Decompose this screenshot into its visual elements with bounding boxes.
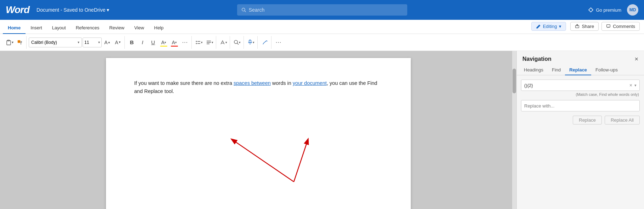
nav-tab-followups[interactable]: Follow-ups (591, 65, 622, 75)
clipboard-group: ▾ (3, 36, 27, 49)
font-family-selector[interactable]: Calibri (Body) ▾ (29, 37, 82, 47)
highlight-color-bar (160, 46, 167, 47)
svg-line-22 (232, 139, 294, 182)
chevron-down-icon[interactable]: ▾ (253, 41, 254, 44)
svg-point-0 (242, 8, 245, 11)
search-group: ▾ (231, 36, 244, 49)
bullet-list-icon (195, 40, 201, 45)
align-icon (206, 40, 212, 45)
nav-panel-title: Navigation (522, 56, 551, 62)
increase-font-size-button[interactable]: A▲ (102, 37, 112, 47)
draw-button[interactable] (260, 37, 270, 47)
pencil-icon (536, 24, 541, 29)
search-input[interactable] (249, 7, 403, 13)
styles-button[interactable]: ▾ (218, 37, 228, 47)
search-dropdown-button[interactable]: ▾ (634, 83, 637, 88)
voice-group: ▾ (245, 36, 258, 49)
decrease-font-size-button[interactable]: A▼ (113, 37, 123, 47)
tab-review[interactable]: Review (104, 22, 129, 34)
vertical-scrollbar[interactable] (512, 51, 516, 209)
diamond-icon (588, 7, 594, 13)
go-premium-button[interactable]: Go premium (588, 7, 621, 13)
chevron-down-icon[interactable]: ▾ (225, 41, 227, 44)
underline-button[interactable]: U (148, 37, 158, 47)
bold-button[interactable]: B (127, 37, 137, 47)
format-painter-button[interactable] (15, 37, 25, 47)
svg-rect-19 (249, 40, 251, 43)
replace-buttons: Replace Replace All (521, 116, 640, 124)
replace-all-button[interactable]: Replace All (605, 116, 640, 124)
svg-rect-5 (7, 41, 11, 45)
document-page[interactable]: If you want to make sure there are no ex… (106, 58, 411, 209)
svg-line-18 (237, 43, 239, 45)
chevron-down-icon[interactable]: ▾ (175, 41, 177, 44)
global-search-bar[interactable] (237, 4, 407, 16)
page-content: If you want to make sure there are no ex… (134, 79, 382, 95)
search-hint: (Match case, Find whole words only) (521, 92, 640, 97)
styles-icon (220, 40, 225, 45)
dropdown-arrow-icon: ▾ (78, 40, 79, 44)
more-group: ··· (272, 36, 285, 49)
voice-button[interactable]: ▾ (246, 37, 256, 47)
document-area: If you want to make sure there are no ex… (0, 51, 516, 209)
nav-tab-find[interactable]: Find (548, 65, 565, 75)
format-painter-icon (17, 39, 23, 46)
alignment-button[interactable]: ▾ (205, 37, 214, 47)
chevron-down-icon[interactable]: ▾ (201, 41, 203, 44)
replace-button[interactable]: Replace (573, 116, 602, 124)
chevron-down-icon[interactable]: ▾ (239, 41, 241, 44)
tab-help[interactable]: Help (149, 22, 169, 34)
chevron-down-icon: ▾ (559, 24, 561, 29)
font-group: Calibri (Body) ▾ 11 ▾ A▲ A▼ (27, 36, 125, 49)
bullet-list-button[interactable]: ▾ (194, 37, 204, 47)
find-search-button[interactable]: ▾ (232, 37, 242, 47)
highlight-button[interactable]: A ▾ (159, 37, 169, 47)
chevron-down-icon[interactable]: ▾ (12, 40, 13, 44)
svg-point-9 (196, 41, 197, 42)
tab-layout[interactable]: Layout (47, 22, 71, 34)
replace-input[interactable] (524, 103, 637, 109)
link-your-document[interactable]: your document (293, 80, 327, 86)
replace-field[interactable] (521, 100, 640, 111)
editing-mode-button[interactable]: Editing ▾ (531, 22, 566, 31)
ribbon-tabs: Home Insert Layout References Review Vie… (0, 20, 644, 34)
svg-marker-2 (589, 8, 593, 12)
svg-line-23 (294, 139, 308, 182)
search-icon (241, 7, 246, 12)
navigation-panel: Navigation × Headings Find Replace Follo… (516, 51, 644, 209)
more-format-button[interactable]: ··· (180, 37, 190, 47)
nav-body: (){2} × ▾ (Match case, Find whole words … (517, 75, 644, 209)
chevron-down-icon[interactable]: ▾ (212, 41, 213, 44)
chevron-down-icon[interactable]: ▾ (164, 41, 166, 44)
font-color-button[interactable]: A ▾ (169, 37, 179, 47)
nav-tab-replace[interactable]: Replace (565, 65, 591, 75)
tab-references[interactable]: References (71, 22, 104, 34)
clipboard-icon (5, 39, 12, 46)
svg-point-11 (196, 43, 197, 44)
tab-insert[interactable]: Insert (26, 22, 47, 34)
scrollbar-thumb[interactable] (513, 69, 516, 93)
nav-tab-headings[interactable]: Headings (520, 65, 548, 75)
more-tools-button[interactable]: ··· (274, 37, 284, 47)
comments-button[interactable]: Comments (601, 22, 640, 31)
nav-close-button[interactable]: × (634, 56, 638, 62)
user-avatar[interactable]: MD (627, 4, 638, 16)
svg-rect-7 (18, 40, 20, 43)
title-bar-right: Go premium MD (588, 4, 638, 16)
tab-view[interactable]: View (129, 22, 149, 34)
main-area: If you want to make sure there are no ex… (0, 51, 644, 209)
font-size-selector[interactable]: 11 ▾ (83, 37, 102, 47)
app-logo: Word (6, 4, 29, 16)
font-color-bar (171, 46, 178, 47)
find-search-field[interactable]: (){2} × ▾ (521, 80, 640, 91)
tab-home[interactable]: Home (3, 22, 26, 34)
share-button[interactable]: Share (570, 22, 599, 31)
styles-group: ▾ (217, 36, 230, 49)
italic-button[interactable]: I (138, 37, 147, 47)
comments-icon (606, 24, 611, 29)
link-spaces-between[interactable]: spaces between (234, 80, 271, 86)
clipboard-button[interactable]: ▾ (4, 37, 14, 47)
dropdown-arrow-icon: ▾ (98, 40, 100, 44)
search-clear-button[interactable]: × (629, 82, 633, 88)
draw-icon (262, 40, 268, 45)
